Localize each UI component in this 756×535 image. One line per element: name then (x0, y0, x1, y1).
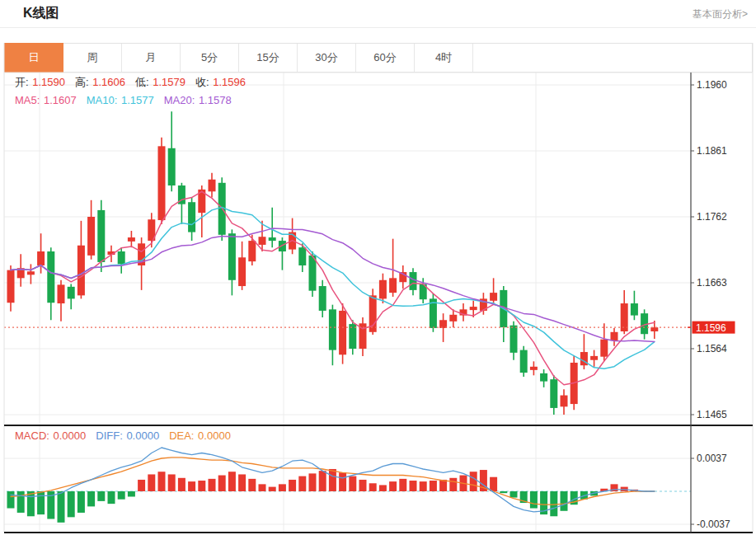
macd-hist-bar (329, 469, 336, 491)
candle-body (510, 326, 518, 353)
candle-body (259, 237, 266, 245)
candle-body (248, 241, 256, 261)
candle-body (128, 237, 135, 242)
legend-value: 1.1578 (199, 94, 232, 106)
macd-hist-bar (87, 491, 95, 506)
macd-hist-bar (7, 491, 15, 509)
candle-body (68, 287, 75, 299)
macd-hist-bar (369, 483, 377, 491)
axis-label: 1.1465 (697, 409, 727, 420)
macd-hist-bar (510, 491, 518, 498)
candle-body (650, 327, 658, 331)
macd-hist-bar (269, 487, 276, 491)
candle-body (298, 247, 306, 265)
candle-body (118, 251, 125, 264)
macd-hist-bar (500, 491, 507, 493)
candle-body (520, 350, 528, 373)
candle-body (561, 396, 568, 407)
macd-legend: MACD: 0.0000DIFF: 0.0000DEA: 0.0000 (15, 429, 241, 442)
macd-hist-bar (309, 473, 317, 491)
candle-body (77, 246, 85, 296)
macd-hist-bar (399, 479, 406, 491)
axis-label: 1.1663 (697, 277, 727, 289)
legend-value: 1.1606 (92, 76, 125, 88)
macd-hist-bar (228, 472, 236, 491)
macd-hist-bar (218, 476, 226, 491)
macd-hist-bar (298, 476, 306, 491)
macd-hist-bar (379, 485, 387, 491)
candle-body (238, 257, 246, 286)
macd-hist-bar (27, 491, 35, 516)
macd-hist-bar (188, 481, 195, 491)
candle-body (97, 210, 105, 262)
candle-body (490, 293, 497, 301)
axis-label: 0.0037 (697, 453, 727, 464)
macd-hist-bar (359, 480, 367, 491)
ohlc-legend: 开: 1.1590高: 1.1606低: 1.1579收: 1.1596 (15, 75, 256, 90)
macd-hist-bar (128, 491, 135, 496)
macd-hist-bar (530, 491, 538, 509)
macd-hist-bar (248, 479, 256, 491)
macd-hist-bar (97, 491, 105, 501)
candle-body (319, 286, 326, 311)
macd-hist-bar (58, 491, 65, 523)
macd-hist-bar (319, 471, 326, 491)
macd-hist-bar (410, 481, 417, 491)
candle-body (410, 272, 417, 290)
candle-body (27, 271, 35, 275)
axis-label: 1.1762 (697, 211, 727, 223)
macd-hist-bar (37, 491, 45, 514)
macd-hist-bar (550, 491, 557, 516)
legend-value: 0.0000 (126, 429, 159, 442)
candle-body (7, 270, 15, 303)
legend-label: MA5: (15, 94, 43, 106)
candle-body (188, 202, 195, 232)
macd-hist-bar (259, 484, 266, 491)
macd-hist-bar (209, 479, 216, 491)
legend-label: DEA: (169, 429, 197, 442)
legend-label: MA10: (87, 94, 120, 106)
macd-hist-bar (339, 472, 346, 491)
macd-hist-bar (108, 491, 115, 504)
candle-body (530, 367, 538, 370)
macd-hist-bar (158, 472, 166, 491)
macd-hist-bar (178, 478, 185, 491)
legend-label: 收: (195, 76, 212, 88)
legend-value: 0.0000 (198, 429, 231, 442)
ma-legend: MA5: 1.1607MA10: 1.1577MA20: 1.1578 (15, 94, 242, 106)
candle-body (339, 311, 346, 354)
macd-hist-bar (470, 472, 477, 491)
macd-hist-bar (349, 476, 356, 491)
candle-body (379, 280, 387, 299)
macd-hist-bar (198, 481, 205, 491)
legend-label: MACD: (15, 429, 53, 442)
legend-value: 1.1579 (153, 76, 185, 88)
macd-hist-bar (389, 481, 397, 491)
candle-body (209, 180, 216, 192)
legend-value: 1.1577 (121, 94, 154, 106)
macd-hist-bar (238, 474, 246, 491)
macd-hist-bar (118, 491, 125, 500)
candle-body (158, 146, 166, 220)
macd-hist-bar (279, 484, 286, 491)
axis-label: -0.0037 (697, 519, 730, 530)
candle-body (550, 379, 557, 408)
candle-body (37, 251, 45, 265)
candle-body (58, 284, 65, 303)
macd-hist-bar (168, 474, 176, 491)
macd-hist-bar (430, 481, 437, 491)
legend-value: 1.1607 (44, 94, 77, 106)
macd-hist-bar (420, 481, 427, 491)
legend-label: 开: (15, 76, 31, 88)
macd-hist-bar (449, 478, 457, 491)
macd-hist-bar (77, 491, 85, 513)
candle-body (611, 332, 618, 341)
candle-body (449, 315, 457, 321)
candle-body (168, 148, 176, 185)
macd-hist-bar (138, 480, 145, 491)
legend-label: MA20: (164, 94, 198, 106)
current-price-badge-label: 1.1596 (696, 322, 726, 334)
legend-value: 1.1590 (32, 76, 65, 88)
candle-body (540, 373, 547, 382)
candle-body (329, 309, 336, 350)
